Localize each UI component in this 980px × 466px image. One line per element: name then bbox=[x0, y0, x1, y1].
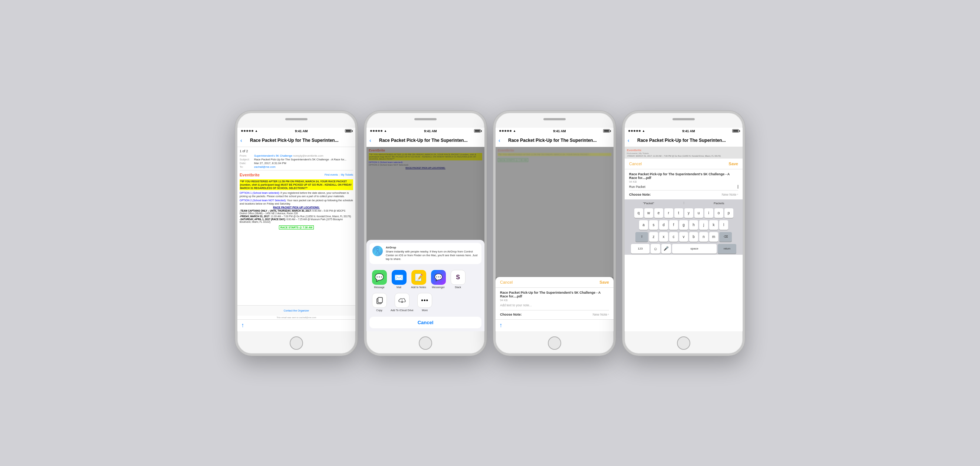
key-v[interactable]: v bbox=[679, 232, 688, 242]
key-j[interactable]: j bbox=[699, 220, 708, 230]
dot-3-1 bbox=[499, 130, 501, 132]
phone-1-screen: ▲ 9:41 AM ‹ Race Packet Pick-Up for The … bbox=[237, 128, 355, 331]
key-y[interactable]: y bbox=[684, 208, 693, 218]
autocomplete-packets[interactable]: Packets bbox=[712, 201, 725, 206]
key-d[interactable]: d bbox=[659, 220, 668, 230]
notes-text-field-3[interactable]: Add text to your note... bbox=[500, 303, 609, 307]
dot-2-3 bbox=[375, 130, 377, 132]
key-mic[interactable]: 🎤 bbox=[661, 244, 671, 254]
keyboard-row-1: q w e r t y u i o p bbox=[625, 207, 743, 219]
subject-label: Subject: bbox=[240, 158, 253, 161]
notes-header: Cancel Save bbox=[496, 277, 614, 288]
key-w[interactable]: w bbox=[644, 208, 653, 218]
signal-dots-3 bbox=[499, 130, 512, 132]
key-return[interactable]: return bbox=[718, 244, 736, 254]
key-t[interactable]: t bbox=[675, 208, 683, 218]
home-button-4[interactable] bbox=[677, 337, 690, 350]
key-space[interactable]: space bbox=[672, 244, 717, 254]
share-app-notes[interactable]: 📝 Add to Notes bbox=[410, 270, 427, 289]
message-icon: 💬 bbox=[372, 270, 387, 285]
share-sheet-overlay: AirDrop Share instantly with people near… bbox=[366, 147, 484, 331]
key-e[interactable]: e bbox=[654, 208, 663, 218]
time-display-4: 9:41 AM bbox=[682, 129, 695, 133]
battery-area-3 bbox=[603, 129, 610, 132]
contact-organizer-1[interactable]: Contact the Organizer bbox=[284, 309, 309, 312]
dot-4 bbox=[249, 130, 251, 132]
signal-dots bbox=[241, 130, 253, 132]
cancel-button-2[interactable]: Cancel bbox=[369, 317, 482, 328]
key-q[interactable]: q bbox=[634, 208, 643, 218]
key-i[interactable]: i bbox=[705, 208, 713, 218]
key-u[interactable]: u bbox=[694, 208, 703, 218]
my-tickets-link[interactable]: My Tickets bbox=[341, 173, 353, 176]
keyboard-row-3: ⇧ z x c v b n m ⌫ bbox=[625, 231, 743, 243]
share-app-messenger[interactable]: 💬 Messenger bbox=[430, 270, 447, 289]
key-emoji[interactable]: ☺ bbox=[651, 244, 660, 254]
email-body-1: 1 of 2 From: Superintendent's 5K Challen… bbox=[237, 147, 355, 305]
home-button-2[interactable] bbox=[419, 337, 432, 350]
notes-save-button-3[interactable]: Save bbox=[600, 280, 609, 284]
svg-rect-2 bbox=[378, 297, 382, 303]
notes-save-button-4[interactable]: Save bbox=[729, 161, 738, 166]
mail-label: Mail bbox=[396, 286, 401, 289]
subject-value: Race Packet Pick-Up for The Superintende… bbox=[254, 158, 347, 161]
home-button-3[interactable] bbox=[548, 337, 561, 350]
more-label: More bbox=[422, 309, 428, 311]
key-delete[interactable]: ⌫ bbox=[719, 232, 732, 242]
phone-4-screen: ▲ 9:41 AM ‹ Race Packet Pick-Up for The … bbox=[625, 128, 743, 331]
key-b[interactable]: b bbox=[689, 232, 698, 242]
key-o[interactable]: o bbox=[714, 208, 723, 218]
battery-area-2 bbox=[474, 129, 481, 132]
home-button-1[interactable] bbox=[290, 337, 303, 350]
key-x[interactable]: x bbox=[659, 232, 668, 242]
autocomplete-packet[interactable]: "Packet" bbox=[642, 201, 656, 206]
share-action-copy[interactable]: Copy bbox=[371, 293, 388, 311]
share-app-message[interactable]: 💬 Message bbox=[371, 270, 388, 289]
key-k[interactable]: k bbox=[709, 220, 718, 230]
dot-2-4 bbox=[378, 130, 380, 132]
key-p[interactable]: p bbox=[724, 208, 733, 218]
find-events-link[interactable]: Find events bbox=[325, 173, 338, 176]
notes-file-title-3: Race Packet Pick-Up for The Superintende… bbox=[500, 291, 609, 298]
from-label: From: bbox=[240, 154, 253, 158]
dot-3-5 bbox=[510, 130, 512, 132]
battery-fill-4 bbox=[733, 130, 738, 132]
key-shift[interactable]: ⇧ bbox=[635, 232, 648, 242]
notes-chevron-3: › bbox=[608, 313, 609, 316]
share-app-mail[interactable]: ✉️ Mail bbox=[391, 270, 407, 289]
share-action-more[interactable]: ••• More bbox=[417, 293, 433, 311]
messenger-icon: 💬 bbox=[431, 270, 446, 285]
nav-bar-3: ‹ Race Packet Pick-Up for The Superinten… bbox=[496, 134, 614, 147]
key-a[interactable]: a bbox=[639, 220, 648, 230]
share-icon-1[interactable]: ↑ bbox=[241, 322, 244, 329]
notes-cancel-button-4[interactable]: Cancel bbox=[629, 161, 642, 166]
key-c[interactable]: c bbox=[669, 232, 678, 242]
email-bg-3: Eventbrite **IF YOU REGISTERED AFTER 11:… bbox=[496, 147, 614, 319]
notes-backdrop bbox=[496, 147, 614, 277]
notes-cancel-button-3[interactable]: Cancel bbox=[500, 280, 512, 284]
key-s[interactable]: s bbox=[649, 220, 658, 230]
key-m[interactable]: m bbox=[709, 232, 718, 242]
notes-text-input-4[interactable]: Run Packet bbox=[629, 185, 738, 188]
key-g[interactable]: g bbox=[679, 220, 688, 230]
key-h[interactable]: h bbox=[689, 220, 698, 230]
nav-bar-1: ‹ Race Packet Pick-Up for The Superinten… bbox=[237, 134, 355, 147]
share-app-slack[interactable]: S Slack bbox=[450, 270, 466, 289]
key-z[interactable]: z bbox=[649, 232, 658, 242]
key-n[interactable]: n bbox=[699, 232, 708, 242]
key-l[interactable]: l bbox=[719, 220, 728, 230]
key-f[interactable]: f bbox=[669, 220, 678, 230]
key-r[interactable]: r bbox=[664, 208, 673, 218]
copy-label: Copy bbox=[376, 309, 382, 311]
key-123[interactable]: 123 bbox=[631, 244, 649, 254]
dot-2-2 bbox=[373, 130, 375, 132]
dot-4-2 bbox=[631, 130, 633, 132]
notes-new-note-3[interactable]: New Note › bbox=[593, 313, 609, 316]
phone-1: ▲ 9:41 AM ‹ Race Packet Pick-Up for The … bbox=[235, 111, 358, 356]
locations-title-1: RACE PACKET PICK-UP LOCATIONS: bbox=[240, 206, 353, 209]
notes-new-note-4[interactable]: New Note › bbox=[722, 193, 738, 196]
share-icon-3[interactable]: ↑ bbox=[499, 322, 502, 329]
time-display-3: 9:41 AM bbox=[553, 129, 566, 133]
wifi-icon: ▲ bbox=[255, 129, 258, 132]
share-action-icloud[interactable]: Add To iCloud Drive bbox=[391, 293, 414, 311]
